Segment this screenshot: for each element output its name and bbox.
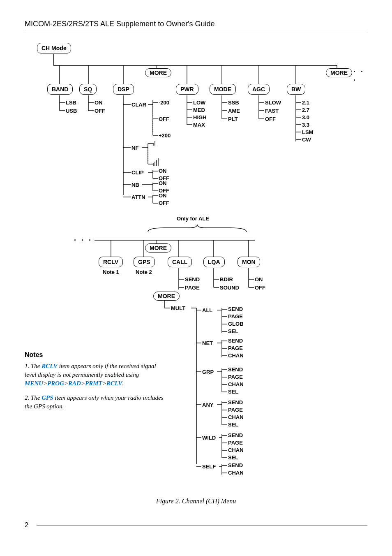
menu-pwr: PWR: [176, 84, 198, 95]
figure-caption: Figure 2. Channel (CH) Menu: [25, 498, 367, 505]
pwr-low: LOW: [193, 100, 205, 106]
clar-hi: +200: [159, 132, 171, 139]
page-footer: 2: [25, 521, 367, 529]
mult-net: NET: [202, 340, 213, 346]
note1: Note 1: [103, 269, 119, 275]
menu-mode: MODE: [210, 84, 236, 95]
clar-off: OFF: [159, 116, 169, 122]
band-lsb: LSB: [66, 100, 76, 106]
any-sel: SEL: [228, 422, 238, 428]
more-box-call: MORE: [153, 292, 180, 301]
pwr-high: HIGH: [193, 114, 207, 120]
call-send: SEND: [185, 276, 200, 283]
mult-self: SELF: [202, 463, 216, 470]
mode-plt: PLT: [228, 116, 238, 122]
page-header: MICOM-2ES/2RS/2TS ALE Supplement to Owne…: [25, 20, 367, 31]
grp-send: SEND: [228, 366, 243, 373]
menu-dsp: DSP: [113, 84, 134, 95]
clar-lo: -200: [159, 100, 169, 106]
net-page: PAGE: [228, 345, 243, 351]
dsp-clip: CLIP: [131, 169, 144, 176]
dsp-attn: ATTN: [131, 194, 145, 200]
dsp-nf: NF: [131, 145, 138, 151]
self-send: SEND: [228, 462, 243, 468]
grp-chan: CHAN: [228, 381, 244, 387]
menu-lqa: LQA: [203, 257, 225, 267]
dsp-nb: NB: [131, 182, 139, 188]
mult-all: ALL: [202, 307, 212, 313]
wild-chan: CHAN: [228, 447, 244, 453]
agc-fast: FAST: [265, 108, 279, 114]
any-send: SEND: [228, 399, 243, 405]
all-send: SEND: [228, 306, 243, 312]
menu-rclv: RCLV: [99, 257, 123, 267]
lqa-sound: SOUND: [220, 285, 239, 291]
mon-off: OFF: [255, 285, 265, 291]
nb-on: ON: [159, 180, 167, 186]
menu-agc: AGC: [248, 84, 270, 95]
mult-grp: GRP: [202, 369, 214, 375]
bw-30: 3.0: [302, 114, 309, 120]
grp-sel: SEL: [228, 389, 238, 395]
ale-heading: Only for ALE: [177, 215, 209, 222]
pwr-max: MAX: [193, 122, 205, 128]
mult-wild: WILD: [202, 435, 216, 441]
lqa-bdir: BDIR: [220, 276, 233, 283]
bw-lsm: LSM: [302, 129, 313, 135]
attn-off: OFF: [159, 200, 169, 206]
all-page: PAGE: [228, 313, 243, 320]
grp-page: PAGE: [228, 374, 243, 380]
more-box-top-right: MORE: [326, 68, 352, 77]
all-sel: SEL: [228, 328, 238, 334]
clip-on: ON: [159, 168, 167, 174]
dsp-clar: CLAR: [131, 102, 146, 108]
mon-on: ON: [255, 276, 263, 283]
root-box: CH Mode: [37, 43, 71, 53]
more-box-top-left: MORE: [145, 68, 171, 77]
wild-send: SEND: [228, 432, 243, 438]
agc-slow: SLOW: [265, 100, 281, 106]
ellipsis-right: · · ·: [353, 67, 366, 85]
menu-sq: SQ: [79, 84, 97, 95]
mode-ame: AME: [228, 108, 240, 114]
menu-call: CALL: [168, 257, 192, 267]
menu-diagram: CH Mode MORE MORE · · · BAND SQ DSP PWR …: [25, 43, 366, 495]
all-glob: GLOB: [228, 321, 244, 327]
agc-off: OFF: [265, 116, 276, 122]
band-usb: USB: [66, 108, 77, 114]
menu-bw: BW: [287, 84, 305, 95]
page-number: 2: [25, 521, 28, 529]
menu-gps: GPS: [134, 257, 155, 267]
any-page: PAGE: [228, 407, 243, 413]
note2: Note 2: [136, 269, 152, 275]
bw-21: 2.1: [302, 100, 309, 106]
pwr-med: MED: [193, 107, 205, 113]
net-send: SEND: [228, 338, 243, 344]
menu-band: BAND: [47, 84, 73, 95]
sq-off: OFF: [95, 108, 105, 114]
any-chan: CHAN: [228, 414, 244, 420]
wild-sel: SEL: [228, 454, 238, 461]
bw-27: 2.7: [302, 107, 309, 113]
more-box-mid: MORE: [145, 243, 171, 253]
self-chan: CHAN: [228, 470, 244, 476]
note-1-text: 1. The RCLV item appears only if the rec…: [25, 362, 168, 388]
call-page: PAGE: [185, 285, 200, 291]
net-chan: CHAN: [228, 352, 244, 359]
notes-heading: Notes: [25, 351, 168, 359]
ellipsis-left: · · ·: [74, 236, 92, 245]
bw-cw: CW: [302, 137, 311, 143]
mult-any: ANY: [202, 402, 213, 408]
sq-on: ON: [95, 100, 103, 106]
notes-block: Notes 1. The RCLV item appears only if t…: [25, 351, 168, 417]
wild-page: PAGE: [228, 440, 243, 446]
mult-label: MULT: [171, 305, 185, 311]
menu-mon: MON: [238, 257, 260, 267]
attn-on: ON: [159, 192, 167, 199]
mode-ssb: SSB: [228, 100, 239, 106]
note-2-text: 2. The GPS item appears only when your r…: [25, 394, 168, 411]
bw-33: 3.3: [302, 122, 309, 128]
